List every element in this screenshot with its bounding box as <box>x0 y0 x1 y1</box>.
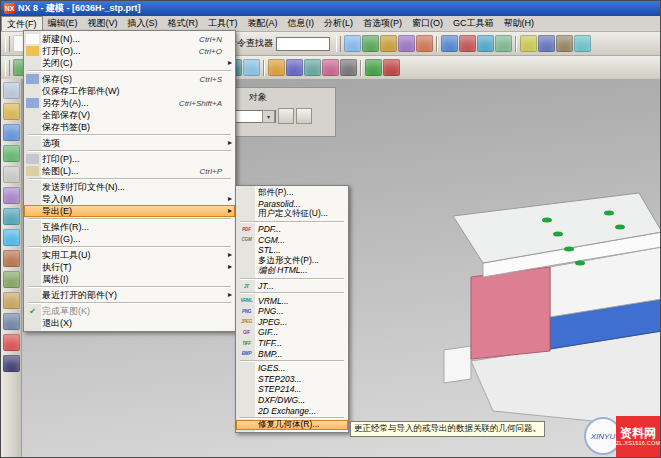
export-item-tiff[interactable]: TIFF TIFF... <box>236 338 348 349</box>
menu-item-options[interactable]: 选项 <box>24 137 235 149</box>
information-icon[interactable] <box>268 59 285 76</box>
menu-window[interactable]: 窗口(O) <box>407 16 448 31</box>
menu-item-save-work-part-only[interactable]: 仅保存工作部件(W) <box>24 85 235 97</box>
menu-item-export[interactable]: 导出(E) <box>24 205 235 217</box>
toolbar-separator[interactable] <box>360 60 362 76</box>
window-switch-icon[interactable] <box>3 355 20 372</box>
menu-format[interactable]: 格式(R) <box>163 16 204 31</box>
export-item-part[interactable]: 部件(P)... <box>236 188 348 199</box>
toolbar-separator[interactable] <box>263 60 265 76</box>
export-item-authored-html[interactable]: 编创 HTML... <box>236 266 348 277</box>
export-item-iges[interactable]: IGES... <box>236 363 348 374</box>
move-face-icon[interactable] <box>441 35 458 52</box>
trim-body-icon[interactable] <box>416 35 433 52</box>
snap-point-icon[interactable] <box>574 35 591 52</box>
boundary-icon[interactable] <box>286 59 303 76</box>
toolbar-separator[interactable] <box>515 36 517 52</box>
web-browser-icon[interactable] <box>3 229 20 246</box>
menu-edit[interactable]: 编辑(E) <box>43 16 83 31</box>
menu-item-recently-opened-parts[interactable]: 最近打开的部件(Y) <box>24 289 235 301</box>
toolbar-grip[interactable] <box>5 60 10 76</box>
datum-plane-icon[interactable] <box>344 35 361 52</box>
menu-item-finish-sketch[interactable]: ✔ 完成草图(K) <box>24 305 235 317</box>
menu-item-properties[interactable]: 属性(I) <box>24 273 235 285</box>
part-navigator-icon[interactable] <box>3 103 20 120</box>
display-mode-icon[interactable] <box>556 35 573 52</box>
export-item-jpeg[interactable]: JPEG JPEG... <box>236 317 348 328</box>
chamfer-icon[interactable] <box>380 35 397 52</box>
export-item-step203[interactable]: STEP203... <box>236 374 348 385</box>
touch-mode-icon[interactable] <box>3 334 20 351</box>
delete-face-icon[interactable] <box>459 35 476 52</box>
curve-icon[interactable] <box>322 59 339 76</box>
menu-item-collaborate[interactable]: 协同(G)... <box>24 233 235 245</box>
plane-icon[interactable] <box>243 59 260 76</box>
menu-item-utilities[interactable]: 实用工具(U) <box>24 249 235 261</box>
command-finder-input[interactable] <box>276 37 330 51</box>
menu-item-execute[interactable]: 执行(T) <box>24 261 235 273</box>
constraint-navigator-icon[interactable] <box>3 145 20 162</box>
menu-preferences[interactable]: 首选项(P) <box>358 16 407 31</box>
materials-icon[interactable] <box>3 250 20 267</box>
menu-insert[interactable]: 插入(S) <box>123 16 163 31</box>
edge-blend-icon[interactable] <box>362 35 379 52</box>
menu-item-save-bookmark[interactable]: 保存书签(B) <box>24 121 235 133</box>
menu-item-close[interactable]: 关闭(C) <box>24 57 235 69</box>
toolbar-grip[interactable] <box>336 36 341 52</box>
menu-file[interactable]: 文件(F) <box>1 16 43 31</box>
export-item-png[interactable]: PNG PNG... <box>236 306 348 317</box>
history-icon[interactable] <box>3 166 20 183</box>
toolbar-grip[interactable] <box>5 36 10 52</box>
export-item-jt[interactable]: JT JT... <box>236 281 348 292</box>
export-item-vrml[interactable]: VRML VRML... <box>236 295 348 306</box>
menu-item-plot[interactable]: 绘图(L)... Ctrl+P <box>24 165 235 177</box>
assembly-navigator-icon[interactable] <box>3 124 20 141</box>
menu-gc-toolbox[interactable]: GC工具箱 <box>448 16 499 31</box>
play-icon[interactable] <box>365 59 382 76</box>
roles-icon[interactable] <box>3 292 20 309</box>
menu-analysis[interactable]: 分析(L) <box>319 16 358 31</box>
menu-item-new[interactable]: 新建(N)... Ctrl+N <box>24 33 235 45</box>
measure-icon[interactable] <box>520 35 537 52</box>
export-item-2d-exchange[interactable]: 2D Exchange... <box>236 405 348 416</box>
shell-icon[interactable] <box>398 35 415 52</box>
pattern-feature-icon[interactable] <box>477 35 494 52</box>
menu-item-print[interactable]: 打印(P)... <box>24 153 235 165</box>
title-bar[interactable]: NX NX 8 - 建模 - [6036H-_stp.prt] <box>1 1 660 16</box>
menu-item-save-as[interactable]: 另存为(A)... Ctrl+Shift+A <box>24 97 235 109</box>
process-studio-icon[interactable] <box>3 271 20 288</box>
stop-icon[interactable] <box>383 59 400 76</box>
export-item-gif[interactable]: GIF GIF... <box>236 327 348 338</box>
text-icon[interactable] <box>340 59 357 76</box>
menu-item-save-all[interactable]: 全部保存(V) <box>24 109 235 121</box>
hd3d-tools-icon[interactable] <box>3 208 20 225</box>
menu-item-exit[interactable]: 退出(X) <box>24 317 235 329</box>
chevron-down-icon[interactable]: ▾ <box>262 110 275 123</box>
reuse-library-icon[interactable] <box>3 187 20 204</box>
menu-assemblies[interactable]: 装配(A) <box>243 16 283 31</box>
selection-filter-icon[interactable] <box>3 82 20 99</box>
menu-help[interactable]: 帮助(H) <box>499 16 540 31</box>
panel-button[interactable] <box>278 108 294 124</box>
menu-tools[interactable]: 工具(T) <box>203 16 243 31</box>
menu-item-send-to-print-file[interactable]: 发送到打印文件(N)... <box>24 181 235 193</box>
menu-item-open[interactable]: 打开(O)... Ctrl+O <box>24 45 235 57</box>
system-scene-icon[interactable] <box>3 313 20 330</box>
export-item-step214[interactable]: STEP214... <box>236 384 348 395</box>
export-item-dxf-dwg[interactable]: DXF/DWG... <box>236 395 348 406</box>
toolbar-separator[interactable] <box>436 36 438 52</box>
menu-item-import[interactable]: 导入(M) <box>24 193 235 205</box>
mirror-feature-icon[interactable] <box>495 35 512 52</box>
export-item-user-defined-feature[interactable]: 用户定义特征(U)... <box>236 209 348 220</box>
export-item-pdf[interactable]: PDF PDF... <box>236 224 348 235</box>
section-icon[interactable] <box>304 59 321 76</box>
export-item-bmp[interactable]: BMP BMP... <box>236 348 348 359</box>
panel-button[interactable] <box>296 108 312 124</box>
menu-information[interactable]: 信息(I) <box>283 16 320 31</box>
analysis-icon[interactable] <box>538 35 555 52</box>
export-item-cgm[interactable]: CGM CGM... <box>236 234 348 245</box>
export-item-repair-geometry[interactable]: 修复几何体(R)... <box>236 420 348 431</box>
menu-item-interoperate[interactable]: 互操作(R)... <box>24 221 235 233</box>
menu-item-save[interactable]: 保存(S) Ctrl+S <box>24 73 235 85</box>
menu-view[interactable]: 视图(V) <box>83 16 123 31</box>
